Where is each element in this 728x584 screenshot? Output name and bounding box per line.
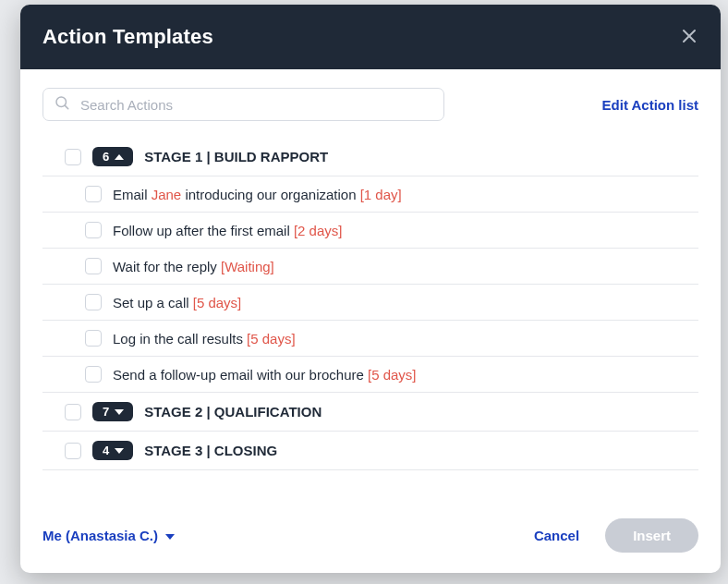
action-checkbox[interactable] [85, 258, 102, 274]
search-container [42, 88, 444, 121]
highlight-due: [Waiting] [221, 259, 274, 274]
cancel-button[interactable]: Cancel [534, 528, 579, 543]
action-row[interactable]: Log in the call results [5 days] [42, 321, 698, 357]
modal-title: Action Templates [42, 25, 213, 49]
edit-action-list-link[interactable]: Edit Action list [602, 97, 698, 113]
action-checkbox[interactable] [85, 294, 102, 310]
stage-count-badge[interactable]: 6 [92, 147, 133, 166]
action-templates-modal: Action Templates Edit Action list 6 [20, 5, 721, 573]
modal-footer: Me (Anastasia C.) Cancel Insert [20, 502, 721, 573]
close-icon [682, 29, 697, 43]
stage-row[interactable]: 7 STAGE 2 | QUALIFICATION [42, 393, 698, 432]
highlight-due: [5 days] [193, 295, 242, 310]
action-row[interactable]: Wait for the reply [Waiting] [42, 249, 698, 285]
modal-header: Action Templates [20, 5, 721, 69]
stage-label: STAGE 1 | BUILD RAPPORT [144, 149, 328, 164]
caret-down-icon [115, 409, 124, 415]
stage-label: STAGE 3 | CLOSING [144, 443, 277, 458]
modal-body: Edit Action list 6 STAGE 1 | BUILD RAPPO… [20, 69, 721, 502]
action-text: Wait for the reply [Waiting] [113, 259, 274, 274]
caret-down-icon [115, 448, 124, 454]
action-row[interactable]: Email Jane introducing our organization … [42, 176, 698, 213]
assignee-dropdown[interactable]: Me (Anastasia C.) [42, 528, 175, 543]
action-checkbox[interactable] [85, 330, 102, 347]
action-text: Set up a call [5 days] [113, 295, 241, 310]
highlight-due: [5 days] [247, 331, 296, 347]
stage-count: 6 [103, 150, 109, 164]
action-checkbox[interactable] [85, 222, 102, 238]
close-button[interactable] [680, 25, 698, 49]
footer-actions: Cancel Insert [534, 518, 698, 553]
action-row[interactable]: Send a follow-up email with our brochure… [42, 357, 698, 393]
stage-checkbox[interactable] [65, 404, 81, 420]
action-row[interactable]: Set up a call [5 days] [42, 285, 698, 321]
action-row[interactable]: Follow up after the first email [2 days] [42, 213, 698, 249]
insert-button[interactable]: Insert [605, 518, 698, 553]
stage-count-badge[interactable]: 7 [92, 402, 133, 421]
stage-row[interactable]: 4 STAGE 3 | CLOSING [42, 432, 698, 470]
stage-checkbox[interactable] [65, 149, 81, 165]
highlight-name: Jane [152, 187, 182, 202]
stage-count-badge[interactable]: 4 [92, 441, 133, 460]
action-text: Follow up after the first email [2 days] [113, 223, 342, 238]
action-checkbox[interactable] [85, 186, 102, 202]
search-input[interactable] [42, 88, 444, 121]
stage-label: STAGE 2 | QUALIFICATION [144, 404, 322, 420]
action-text: Send a follow-up email with our brochure… [113, 367, 417, 383]
stage-count: 4 [103, 444, 109, 457]
assignee-label: Me (Anastasia C.) [42, 528, 158, 543]
template-list: 6 STAGE 1 | BUILD RAPPORT Email Jane int… [42, 138, 698, 502]
top-row: Edit Action list [42, 88, 698, 121]
action-text: Email Jane introducing our organization … [113, 187, 402, 202]
caret-up-icon [115, 154, 124, 160]
highlight-due: [2 days] [294, 223, 343, 238]
action-text: Log in the call results [5 days] [113, 331, 296, 347]
highlight-due: [1 day] [360, 187, 402, 202]
stage-row[interactable]: 6 STAGE 1 | BUILD RAPPORT [42, 138, 698, 176]
stage-checkbox[interactable] [65, 443, 81, 459]
highlight-due: [5 days] [368, 367, 417, 383]
stage-count: 7 [103, 405, 109, 419]
chevron-down-icon [165, 534, 175, 540]
action-checkbox[interactable] [85, 366, 102, 383]
